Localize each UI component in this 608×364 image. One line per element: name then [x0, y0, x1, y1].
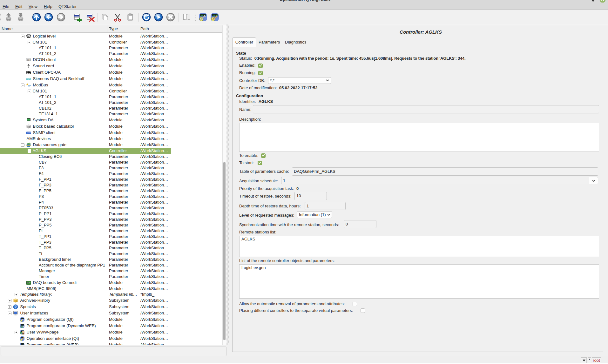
svg-text:?: ? — [15, 305, 17, 309]
svg-text:SIEMENS: SIEMENS — [26, 78, 31, 80]
svg-text:SNMP: SNMP — [26, 132, 31, 134]
svg-text:10:41: 10:41 — [213, 14, 218, 17]
svg-text:W: W — [21, 344, 24, 345]
svg-text:DCON: DCON — [27, 59, 31, 61]
